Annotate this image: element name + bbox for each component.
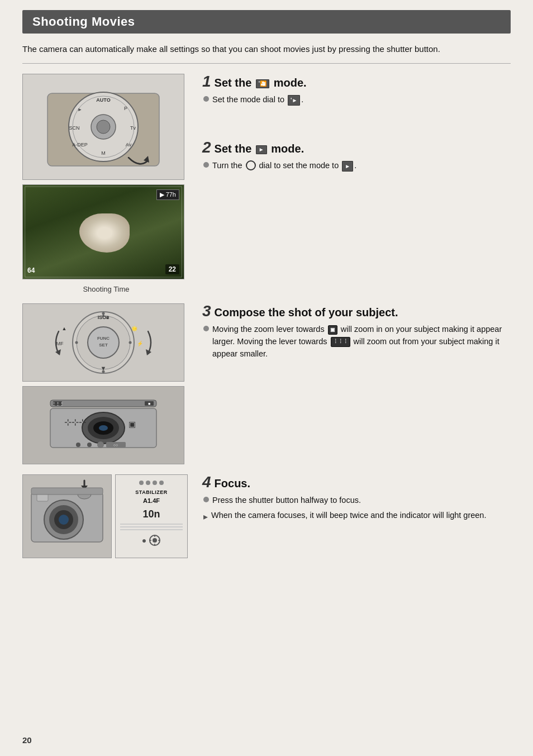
bullet-dot-3	[203, 326, 209, 331]
stabilizer-mode: 10n	[142, 508, 160, 520]
svg-text:○○: ○○	[113, 443, 118, 447]
step3-zoom-image: ⋮⋮⋮ ■ ⊹⊹⊹ ▣ ○○	[22, 386, 184, 464]
bullet-dot-4a	[203, 497, 209, 502]
movie-mode-icon-2: ►	[256, 145, 267, 154]
section-divider	[22, 63, 511, 64]
svg-text:SET: SET	[99, 343, 108, 348]
steps-1-2-content: 1 Set the '🎦 mode. Set the mode dial to …	[202, 74, 511, 293]
page: Shooting Movies The camera can automatic…	[0, 0, 533, 756]
movie-mode-icon-1: '🎦	[256, 79, 269, 88]
focus-images: STABILIZER A1.4F 10n ●	[22, 474, 190, 558]
svg-text:🌟: 🌟	[131, 325, 138, 332]
step1-bullets: Set the mode dial to '►.	[202, 94, 511, 106]
step4-content: 4 Focus. Press the shutter button halfwa…	[202, 474, 511, 558]
svg-rect-58	[31, 488, 103, 495]
control-dial-svg: ISOᴃ 🌟 ⚡ MF ▲ FUNC SET ▼ ▲	[47, 309, 159, 376]
step4-row: STABILIZER A1.4F 10n ●	[22, 474, 511, 558]
svg-text:▣: ▣	[129, 420, 136, 429]
svg-point-29	[129, 341, 132, 344]
shooting-time-caption: Shooting Time	[22, 285, 190, 293]
svg-point-54	[59, 515, 69, 525]
svg-marker-31	[55, 349, 61, 355]
zoom-out-icon: ⋮⋮⋮	[331, 337, 350, 347]
mode-icon-inline: '►	[288, 95, 300, 106]
svg-point-60	[153, 538, 157, 543]
svg-text:⋮⋮⋮: ⋮⋮⋮	[52, 402, 64, 406]
svg-point-47	[97, 441, 104, 448]
focus-circle-icon: ●	[142, 536, 146, 545]
step1-image: AUTO P Tv Av M A-DEP SCN ►	[22, 74, 184, 180]
svg-rect-14	[25, 187, 182, 277]
svg-text:FUNC: FUNC	[97, 336, 110, 341]
stabilizer-label: STABILIZER	[135, 489, 167, 495]
svg-rect-38	[50, 400, 156, 407]
step4-bullet-1: Press the shutter button halfway to focu…	[203, 495, 511, 507]
steps-1-2-row: AUTO P Tv Av M A-DEP SCN ►	[22, 74, 511, 293]
svg-text:⚡: ⚡	[137, 340, 144, 347]
page-number: 20	[22, 735, 32, 745]
zoom-lever-svg: ⋮⋮⋮ ■ ⊹⊹⊹ ▣ ○○	[34, 392, 173, 459]
svg-point-45	[76, 443, 80, 447]
svg-point-46	[87, 443, 92, 447]
svg-point-28	[102, 370, 105, 373]
step4-bullets: Press the shutter button halfway to focu…	[202, 495, 511, 524]
mode-icon-inline-2: ►	[342, 161, 353, 172]
step2-content: 2 Set the ► mode. Turn the dial to set t…	[202, 140, 511, 172]
steps-1-2-images: AUTO P Tv Av M A-DEP SCN ►	[22, 74, 190, 293]
step3-dial-image: ISOᴃ 🌟 ⚡ MF ▲ FUNC SET ▼ ▲	[22, 303, 184, 382]
step3-images: ISOᴃ 🌟 ⚡ MF ▲ FUNC SET ▼ ▲	[22, 303, 190, 464]
intro-text: The camera can automatically make all se…	[22, 42, 511, 55]
svg-text:M: M	[101, 150, 106, 156]
viewfinder-grid	[23, 185, 184, 279]
step4-images: STABILIZER A1.4F 10n ●	[22, 474, 190, 558]
step4-display-image: STABILIZER A1.4F 10n ●	[115, 474, 188, 558]
svg-text:■: ■	[148, 402, 150, 406]
svg-point-12	[97, 120, 110, 134]
step2-bullets: Turn the dial to set the mode to ►.	[202, 160, 511, 172]
settings-dial-icon	[149, 534, 161, 546]
svg-point-27	[102, 312, 105, 315]
step3-bullets: Moving the zoom lever towards ▣ will zoo…	[202, 324, 511, 360]
bullet-dot-2	[203, 162, 209, 168]
svg-text:Av: Av	[126, 142, 132, 148]
svg-text:▲: ▲	[62, 326, 67, 331]
dial-circle-icon	[246, 160, 256, 170]
step1-content: 1 Set the '🎦 mode. Set the mode dial to …	[202, 74, 511, 106]
svg-text:P: P	[124, 106, 127, 111]
svg-point-30	[75, 341, 78, 344]
svg-text:MF: MF	[56, 341, 64, 346]
svg-text:⊹⊹⊹: ⊹⊹⊹	[64, 417, 86, 427]
svg-text:SCN: SCN	[69, 125, 79, 131]
svg-text:AUTO: AUTO	[96, 97, 110, 103]
step4-bullet-2: ▸ When the camera focuses, it will beep …	[203, 510, 511, 524]
step1-bullet-1: Set the mode dial to '►.	[203, 94, 511, 106]
page-title: Shooting Movies	[32, 15, 135, 28]
step3-bullet-1: Moving the zoom lever towards ▣ will zoo…	[203, 324, 511, 360]
step2-bullet-1: Turn the dial to set the mode to ►.	[203, 160, 511, 172]
section-header: Shooting Movies	[22, 10, 511, 34]
step3-row: ISOᴃ 🌟 ⚡ MF ▲ FUNC SET ▼ ▲	[22, 303, 511, 464]
mode-dial-svg: AUTO P Tv Av M A-DEP SCN ►	[42, 82, 165, 172]
bullet-dot	[203, 96, 209, 102]
svg-text:►: ►	[78, 107, 83, 112]
step4-camera-image	[22, 474, 112, 558]
svg-text:A-DEP: A-DEP	[72, 142, 88, 148]
step2-image: ▶ 77h 64 22	[22, 184, 184, 279]
svg-text:Tv: Tv	[130, 125, 136, 131]
stabilizer-value: A1.4F	[143, 497, 160, 504]
svg-point-37	[99, 425, 108, 431]
arrow-icon-4: ▸	[203, 510, 208, 524]
zoom-in-icon: ▣	[328, 325, 337, 335]
step3-content: 3 Compose the shot of your subject. Movi…	[202, 303, 511, 464]
svg-marker-32	[146, 349, 151, 355]
camera-shutter-svg	[26, 478, 108, 555]
